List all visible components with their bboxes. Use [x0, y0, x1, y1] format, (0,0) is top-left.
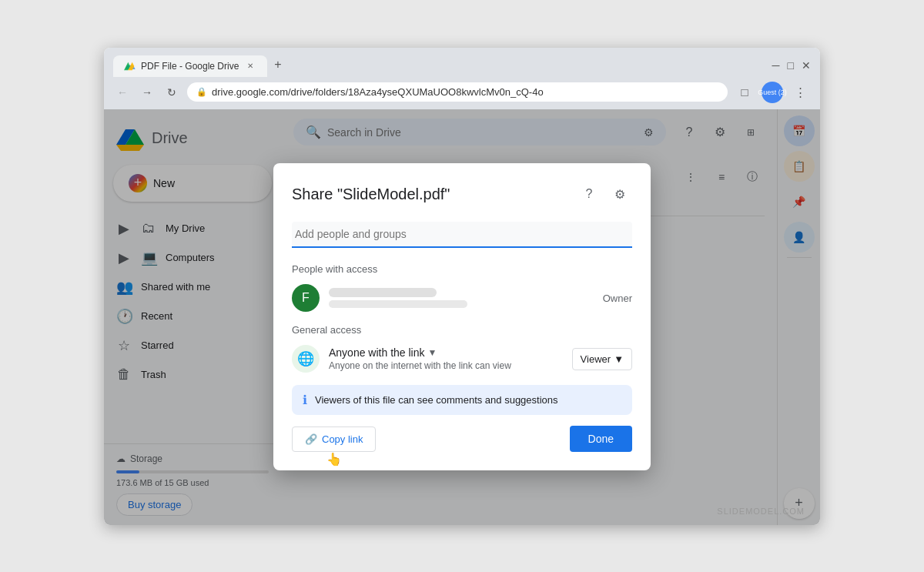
people-section-label: People with access [292, 263, 632, 275]
share-modal: Share "SlideModel.pdf" ? ⚙ People with a… [273, 163, 651, 470]
access-row: 🌐 Anyone with the link ▼ Anyone on the i… [292, 345, 632, 373]
viewer-dropdown-arrow: ▼ [614, 353, 624, 365]
globe-icon: 🌐 [297, 350, 314, 367]
viewer-label: Viewer [581, 353, 611, 365]
access-dropdown-arrow[interactable]: ▼ [428, 347, 437, 358]
tab-close-button[interactable]: ✕ [244, 60, 256, 72]
copy-link-label: Copy link [322, 433, 363, 445]
share-settings-button[interactable]: ⚙ [608, 182, 632, 206]
general-access-label: General access [292, 324, 632, 336]
person-initial: F [302, 291, 310, 305]
modal-title: Share "SlideModel.pdf" [292, 186, 450, 203]
close-button[interactable]: ✕ [802, 59, 811, 72]
watermark: SLIDEMODEL.COM [717, 507, 805, 516]
access-description: Anyone on the internet with the link can… [329, 360, 563, 371]
extensions-button[interactable]: □ [734, 82, 755, 103]
modal-header: Share "SlideModel.pdf" ? ⚙ [292, 182, 632, 206]
person-role: Owner [603, 293, 632, 304]
info-banner: ℹ Viewers of this file can see comments … [292, 385, 632, 415]
person-avatar: F [292, 284, 320, 312]
access-info: Anyone with the link ▼ Anyone on the int… [329, 346, 563, 371]
minimize-button[interactable]: ─ [772, 59, 780, 72]
tab-title: PDF File - Google Drive [141, 61, 239, 72]
lock-icon: 🔒 [196, 87, 207, 97]
globe-icon-circle: 🌐 [292, 345, 320, 373]
person-name-placeholder [329, 288, 437, 297]
info-icon: ℹ [303, 393, 307, 407]
back-button[interactable]: ← [113, 83, 132, 102]
person-info [329, 288, 594, 308]
add-people-input[interactable] [292, 222, 632, 248]
share-help-button[interactable]: ? [577, 182, 601, 206]
drive-favicon [124, 60, 136, 72]
link-icon: 🔗 [305, 433, 317, 445]
copy-link-button[interactable]: 🔗 Copy link [292, 426, 376, 452]
browser-chrome: PDF File - Google Drive ✕ + ─ □ ✕ ← → ↻ … [104, 48, 820, 109]
done-button[interactable]: Done [570, 426, 632, 452]
url-bar[interactable]: 🔒 drive.google.com/drive/folders/18Aza4y… [187, 82, 728, 102]
restore-button[interactable]: □ [788, 59, 794, 72]
viewer-dropdown[interactable]: Viewer ▼ [572, 348, 632, 370]
browser-tab[interactable]: PDF File - Google Drive ✕ [113, 55, 267, 77]
profile-label: Guest (2) [758, 89, 787, 96]
forward-button[interactable]: → [138, 83, 156, 102]
access-type-label: Anyone with the link [329, 346, 425, 359]
url-text: drive.google.com/drive/folders/18Aza4yse… [212, 86, 718, 98]
modal-footer: 🔗 Copy link Done [292, 426, 632, 452]
browser-menu-button[interactable]: ⋮ [789, 82, 811, 103]
person-email-placeholder [329, 300, 467, 308]
address-bar: ← → ↻ 🔒 drive.google.com/drive/folders/1… [104, 77, 820, 109]
browser-window: PDF File - Google Drive ✕ + ─ □ ✕ ← → ↻ … [104, 48, 820, 525]
modal-overlay: Share "SlideModel.pdf" ? ⚙ People with a… [104, 109, 820, 525]
general-access-section: 🌐 Anyone with the link ▼ Anyone on the i… [292, 345, 632, 373]
app-content: Drive + New ▶ 🗂 My Drive ▶ 💻 [104, 109, 820, 525]
new-tab-button[interactable]: + [267, 54, 289, 75]
person-row: F Owner [292, 284, 632, 312]
profile-button[interactable]: Guest (2) [762, 82, 783, 103]
info-banner-text: Viewers of this file can see comments an… [315, 394, 558, 406]
refresh-button[interactable]: ↻ [162, 83, 181, 102]
